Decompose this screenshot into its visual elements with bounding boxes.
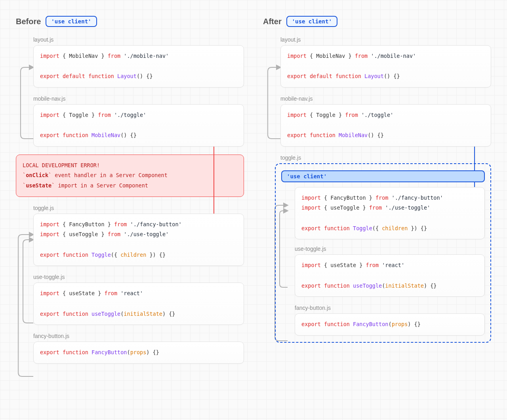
code-card: import { FancyButton } from './fancy-but… — [295, 187, 485, 240]
error-line: `onClick` event handler in a Server Comp… — [23, 170, 237, 181]
after-title: After — [263, 17, 282, 26]
code-card: import { Toggle } from './toggle' export… — [280, 104, 491, 147]
file-label: mobile-nav.js — [280, 95, 491, 102]
before-header: Before 'use client' — [16, 16, 244, 27]
diagram-container: Before 'use client' layout.js import { M… — [16, 16, 491, 372]
file-label: fancy-button.js — [33, 333, 244, 339]
file-label: mobile-nav.js — [33, 95, 244, 102]
after-toggle-label-outer: toggle.js — [280, 155, 491, 161]
before-mobilenav-block: mobile-nav.js import { Toggle } from './… — [33, 95, 244, 147]
after-toggle-block: import { FancyButton } from './fancy-but… — [295, 187, 485, 240]
code-card: import { MobileNav } from './mobile-nav'… — [280, 45, 491, 88]
error-line: `useState` import in a Server Component — [23, 181, 237, 191]
use-client-bar: 'use client' — [281, 170, 485, 182]
error-card: LOCAL DEVELOPMENT ERROR! `onClick` event… — [16, 155, 244, 197]
code-card: import { useState } from 'react' export … — [33, 283, 244, 325]
before-usetoggle-block: use-toggle.js import { useState } from '… — [33, 274, 244, 325]
before-title: Before — [16, 17, 41, 26]
use-client-pill: 'use client' — [286, 16, 337, 27]
after-layout-block: layout.js import { MobileNav } from './m… — [280, 36, 491, 88]
client-boundary: 'use client' import { FancyButton } from… — [275, 163, 491, 343]
code-card: import { useState } from 'react' export … — [295, 254, 485, 297]
before-toggle-block: toggle.js import { FancyButton } from '.… — [33, 205, 244, 266]
file-label: use-toggle.js — [33, 274, 244, 280]
file-label: toggle.js — [33, 205, 244, 211]
file-label: fancy-button.js — [295, 305, 485, 311]
code-card: import { Toggle } from './toggle' export… — [33, 104, 244, 147]
before-column: Before 'use client' layout.js import { M… — [16, 16, 244, 372]
before-layout-block: layout.js import { MobileNav } from './m… — [33, 36, 244, 88]
after-mobilenav-block: mobile-nav.js import { Toggle } from './… — [280, 95, 491, 147]
code-card: export function FancyButton(props) {} — [33, 342, 244, 364]
after-header: After 'use client' — [263, 16, 491, 27]
file-label: toggle.js — [280, 155, 491, 161]
error-title: LOCAL DEVELOPMENT ERROR! — [23, 160, 237, 171]
after-fancybutton-block: fancy-button.js export function FancyBut… — [295, 305, 485, 336]
file-label: layout.js — [280, 36, 491, 43]
code-card: import { MobileNav } from './mobile-nav'… — [33, 45, 244, 88]
code-card: import { FancyButton } from './fancy-but… — [33, 214, 244, 266]
file-label: layout.js — [33, 36, 244, 43]
after-column: After 'use client' layout.js import { Mo… — [263, 16, 491, 372]
file-label: use-toggle.js — [295, 246, 485, 252]
before-fancybutton-block: fancy-button.js export function FancyBut… — [33, 333, 244, 364]
after-usetoggle-block: use-toggle.js import { useState } from '… — [295, 246, 485, 297]
code-card: export function FancyButton(props) {} — [295, 313, 485, 336]
use-client-pill: 'use client' — [46, 16, 97, 27]
